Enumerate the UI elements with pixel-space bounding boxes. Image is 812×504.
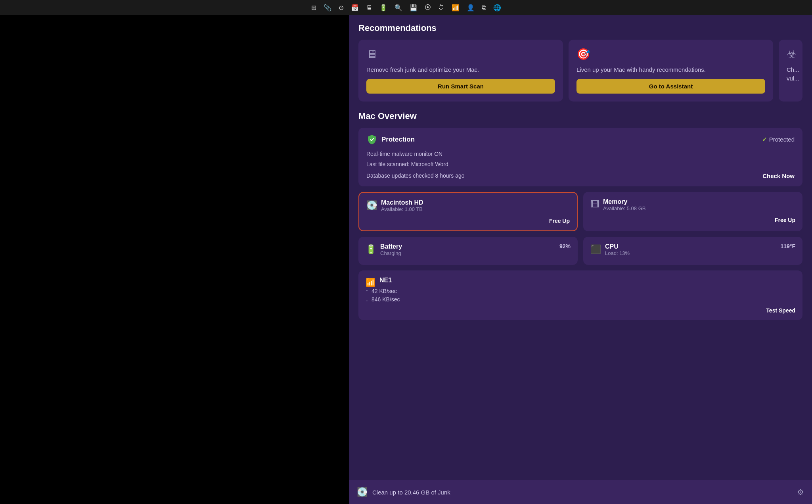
network-speeds: ↑ 42 KB/sec ↓ 846 KB/sec [366,288,795,303]
battery-title: Battery [380,243,402,250]
protection-card: Protection ✓ Protected Real-time malware… [358,128,802,186]
cpu-title: CPU [605,243,630,250]
storage-memory-row: 💽 Macintosh HD Available: 1.00 TB Free U… [358,192,802,231]
memory-top-row: 🎞 Memory Available: 5.08 GB [590,198,795,214]
shield-icon [366,134,377,145]
battery-cpu-row: 🔋 Battery Charging 92% ⬛ CPU Load: 13% [358,237,802,265]
circle-dot-icon[interactable]: ⊙ [339,4,344,11]
bottom-bar: 💽 Clean up to 20.46 GB of Junk ⚙ [349,480,812,504]
bottom-left: 💽 Clean up to 20.46 GB of Junk [357,487,450,497]
hdd-icon[interactable]: 💾 [410,4,417,11]
recommendations-title: Recommendations [349,15,812,40]
memory-header: 🎞 Memory Available: 5.08 GB [590,198,645,211]
upload-arrow-icon: ↑ [366,288,368,294]
wifi-icon[interactable]: 📶 [452,4,460,11]
hd-title: Macintosh HD [381,199,423,206]
mac-overview-title: Mac Overview [349,102,812,128]
target-icon: 🎯 [576,48,765,61]
calendar-icon[interactable]: 📅 [351,4,359,11]
memory-icon: 🎞 [590,199,599,210]
network-card: 📶 NE1 ↑ 42 KB/sec ↓ 846 KB/sec Test Spee… [358,270,802,320]
paperclip-icon[interactable]: 📎 [324,4,331,11]
display-icon[interactable]: 🖥 [366,4,372,11]
network-header: 📶 NE1 [366,277,795,288]
assistant-card: 🎯 Liven up your Mac with handy recommend… [569,40,773,102]
network-name: NE1 [379,277,392,284]
bluetooth-icon[interactable]: ⦿ [425,4,431,11]
protection-header: Protection ✓ Protected [366,134,795,145]
check-mark-icon: ✓ [762,136,767,143]
go-to-assistant-button[interactable]: Go to Assistant [576,79,765,94]
run-smart-scan-button[interactable]: Run Smart Scan [366,79,555,94]
grid-icon[interactable]: ⊞ [311,4,316,11]
protected-badge: ✓ Protected [762,136,795,143]
download-speed-row: ↓ 846 KB/sec [366,296,795,303]
upload-speed-row: ↑ 42 KB/sec [366,288,795,294]
hd-top-row: 💽 Macintosh HD Available: 1.00 TB [366,199,570,215]
avatar-icon[interactable]: 🌐 [493,4,501,11]
battery-charging-icon[interactable]: 🔋 [379,4,387,11]
cpu-top-row: ⬛ CPU Load: 13% 119°F [590,243,795,259]
recommendations-row: 🖥 Remove fresh junk and optimize your Ma… [349,40,812,102]
malware-status: Real-time malware monitor ON [366,150,795,158]
protection-title: Protection [381,136,415,144]
partial-text: Ch... vul... [787,65,795,94]
app-panel: Recommendations 🖥 Remove fresh junk and … [349,15,812,504]
search-icon[interactable]: 🔍 [395,4,402,11]
assistant-text: Liven up your Mac with handy recommendat… [576,65,765,74]
battery-header: 🔋 Battery Charging [366,243,402,256]
person-icon[interactable]: 👤 [467,4,475,11]
protected-label: Protected [769,136,795,143]
db-update: Database updates checked 8 hours ago [366,172,465,180]
upload-speed: 42 KB/sec [372,288,397,294]
hd-icon: 💽 [366,200,377,211]
download-speed: 846 KB/sec [372,296,400,303]
left-panel [0,15,349,504]
bottom-junk-text: Clean up to 20.46 GB of Junk [372,489,450,496]
biohazard-icon: ☣ [787,48,795,61]
clock-icon[interactable]: ⏱ [438,4,444,11]
menubar: ⊞ 📎 ⊙ 📅 🖥 🔋 🔍 💾 ⦿ ⏱ 📶 👤 ⧉ 🌐 [0,0,812,15]
check-now-button[interactable]: Check Now [762,172,795,179]
partial-card: ☣ Ch... vul... [779,40,802,102]
protection-footer: Database updates checked 8 hours ago Che… [366,172,795,180]
settings-icon[interactable]: ⚙ [797,487,804,497]
macintosh-hd-card: 💽 Macintosh HD Available: 1.00 TB Free U… [358,192,578,231]
test-speed-button[interactable]: Test Speed [366,307,795,314]
download-arrow-icon: ↓ [366,296,368,303]
hd-header: 💽 Macintosh HD Available: 1.00 TB [366,199,423,212]
battery-top-row: 🔋 Battery Charging 92% [366,243,571,259]
protection-left: Protection [366,134,415,145]
cpu-subtitle: Load: 13% [605,250,630,256]
smart-scan-card: 🖥 Remove fresh junk and optimize your Ma… [358,40,563,102]
layers-icon[interactable]: ⧉ [482,4,486,11]
cpu-icon: ⬛ [590,244,601,255]
battery-subtitle: Charging [380,250,402,256]
memory-subtitle: Available: 5.08 GB [603,205,645,211]
battery-icon: 🔋 [366,244,376,255]
junk-icon: 💽 [357,487,368,497]
wifi-network-icon: 📶 [366,278,375,287]
cpu-value: 119°F [780,243,795,249]
battery-value: 92% [559,243,571,249]
menubar-icons: ⊞ 📎 ⊙ 📅 🖥 🔋 🔍 💾 ⦿ ⏱ 📶 👤 ⧉ 🌐 [311,4,501,11]
last-scanned: Last file scanned: Microsoft Word [366,160,795,169]
memory-free-up-button[interactable]: Free Up [590,217,795,223]
battery-card: 🔋 Battery Charging 92% [358,237,578,265]
memory-title: Memory [603,198,645,205]
smart-scan-text: Remove fresh junk and optimize your Mac. [366,65,555,74]
hd-free-up-button[interactable]: Free Up [366,218,570,224]
memory-card: 🎞 Memory Available: 5.08 GB Free Up [583,192,802,231]
cpu-header: ⬛ CPU Load: 13% [590,243,630,256]
hd-subtitle: Available: 1.00 TB [381,206,423,212]
cpu-card: ⬛ CPU Load: 13% 119°F [583,237,802,265]
monitor-icon: 🖥 [366,48,555,61]
